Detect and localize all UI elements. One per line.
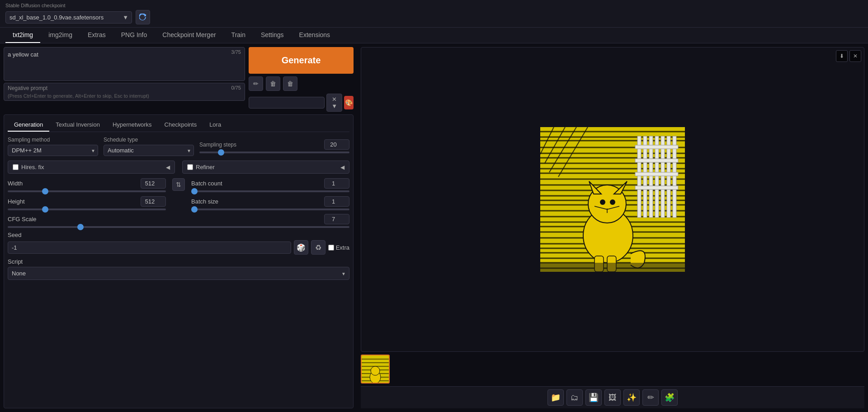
- neg-prompt-count: 0/75: [231, 85, 241, 90]
- generate-button[interactable]: Generate: [249, 47, 354, 74]
- style-x-btn[interactable]: ✕ ▼: [326, 94, 342, 112]
- svg-rect-40: [635, 159, 678, 162]
- gen-tab-textual-inversion[interactable]: Textual Inversion: [49, 118, 106, 132]
- clear-prompt-btn[interactable]: 🗑: [266, 76, 280, 91]
- hires-fix-label[interactable]: Hires. fix: [21, 164, 44, 170]
- batch-count-input[interactable]: [324, 178, 349, 189]
- extra-checkbox-label[interactable]: Extra: [328, 244, 349, 251]
- tab-png-info[interactable]: PNG Info: [114, 28, 155, 43]
- svg-rect-54: [540, 263, 685, 272]
- negative-prompt-wrapper: 0/75 Negative prompt (Press Ctrl+Enter t…: [4, 83, 245, 101]
- neg-prompt-label: Negative prompt: [4, 83, 245, 93]
- svg-point-47: [600, 199, 605, 205]
- sampling-method-label: Sampling method: [8, 137, 98, 143]
- tab-extras[interactable]: Extras: [80, 28, 113, 43]
- gen-tab-generation[interactable]: Generation: [8, 118, 49, 132]
- extra-checkbox[interactable]: [328, 245, 334, 251]
- generated-image: [540, 127, 685, 272]
- refiner-arrow-icon[interactable]: ◀: [340, 164, 344, 170]
- save-btn[interactable]: 💾: [585, 389, 602, 406]
- image-output-area: ⬇ ✕: [361, 47, 864, 352]
- sampling-method-select[interactable]: DPM++ 2M: [8, 145, 98, 156]
- tab-settings[interactable]: Settings: [254, 28, 291, 43]
- image-download-btn[interactable]: ⬇: [836, 50, 848, 62]
- hires-fix-checkbox[interactable]: [13, 164, 19, 170]
- positive-prompt-input[interactable]: [4, 47, 245, 79]
- height-input[interactable]: [141, 196, 166, 207]
- image-close-btn[interactable]: ✕: [849, 50, 861, 62]
- schedule-type-label: Schedule type: [104, 137, 194, 143]
- send-extension-btn[interactable]: 🧩: [661, 389, 678, 406]
- svg-rect-39: [635, 145, 678, 149]
- neg-prompt-hint: (Press Ctrl+Enter to generate, Alt+Enter…: [4, 93, 245, 100]
- paste-btn[interactable]: 🗑: [283, 76, 297, 91]
- positive-prompt-wrapper: 3/75: [4, 47, 245, 81]
- refiner-label[interactable]: Refiner: [196, 164, 215, 170]
- style-input[interactable]: [249, 97, 325, 109]
- batch-size-input[interactable]: [324, 196, 349, 207]
- thumbnail-0[interactable]: [361, 355, 390, 384]
- cfg-scale-slider[interactable]: [8, 226, 349, 228]
- sampling-steps-input[interactable]: [324, 139, 349, 150]
- seed-recycle-btn[interactable]: ♻: [311, 240, 326, 255]
- sampling-steps-slider[interactable]: [199, 152, 349, 153]
- script-select[interactable]: None: [8, 267, 349, 280]
- send-extras-btn[interactable]: ✨: [623, 389, 640, 406]
- sampling-steps-label: Sampling steps: [199, 142, 236, 148]
- checkpoint-label: Stable Diffusion checkpoint: [5, 3, 863, 8]
- topbar: Stable Diffusion checkpoint sd_xl_base_1…: [0, 0, 868, 28]
- width-input[interactable]: [141, 178, 166, 189]
- gen-tab-lora[interactable]: Lora: [203, 118, 227, 132]
- checkpoint-select[interactable]: sd_xl_base_1.0_0.9vae.safetensors: [5, 11, 132, 24]
- pencil-btn[interactable]: ✏: [249, 76, 263, 91]
- main-tabs: txt2img img2img Extras PNG Info Checkpoi…: [0, 28, 868, 43]
- width-label: Width: [8, 180, 23, 187]
- send-inpaint-btn[interactable]: ✏: [642, 389, 659, 406]
- cfg-scale-input[interactable]: [324, 214, 349, 224]
- style-apply-btn[interactable]: 🎨: [344, 96, 354, 109]
- width-slider[interactable]: [8, 190, 166, 192]
- send-img2img-btn[interactable]: 🖼: [604, 389, 621, 406]
- svg-point-64: [371, 366, 380, 375]
- tab-train[interactable]: Train: [224, 28, 253, 43]
- batch-count-slider[interactable]: [191, 190, 349, 192]
- script-label: Script: [8, 258, 349, 265]
- schedule-type-select[interactable]: Automatic: [104, 145, 194, 156]
- height-label: Height: [8, 198, 25, 205]
- batch-count-label: Batch count: [191, 180, 222, 187]
- bottom-toolbar: 📁 🗂 💾 🖼 ✨ ✏ 🧩: [361, 386, 864, 408]
- swap-dimensions-btn[interactable]: ⇅: [172, 178, 185, 191]
- seed-dice-btn[interactable]: 🎲: [294, 240, 308, 255]
- refiner-checkbox[interactable]: [187, 164, 193, 170]
- cfg-scale-label: CFG Scale: [8, 216, 37, 223]
- gen-tab-checkpoints[interactable]: Checkpoints: [158, 118, 203, 132]
- seed-input[interactable]: [8, 242, 291, 254]
- thumbnail-strip: [361, 352, 864, 386]
- seed-label: Seed: [8, 232, 349, 238]
- gen-tab-hypernetworks[interactable]: Hypernetworks: [106, 118, 158, 132]
- prompt-count: 3/75: [231, 49, 241, 55]
- hires-arrow-icon[interactable]: ◀: [166, 164, 170, 170]
- tab-checkpoint-merger[interactable]: Checkpoint Merger: [155, 28, 223, 43]
- tab-extensions[interactable]: Extensions: [292, 28, 337, 43]
- save-zip-btn[interactable]: 🗂: [566, 389, 583, 406]
- height-slider[interactable]: [8, 208, 166, 210]
- batch-size-label: Batch size: [191, 198, 218, 205]
- svg-point-48: [610, 199, 615, 205]
- checkpoint-refresh-btn[interactable]: [136, 10, 150, 24]
- tab-img2img[interactable]: img2img: [41, 28, 80, 43]
- open-folder-btn[interactable]: 📁: [547, 389, 564, 406]
- tab-txt2img[interactable]: txt2img: [5, 28, 40, 43]
- batch-size-slider[interactable]: [191, 208, 349, 210]
- svg-rect-42: [635, 186, 678, 189]
- svg-rect-41: [635, 172, 678, 176]
